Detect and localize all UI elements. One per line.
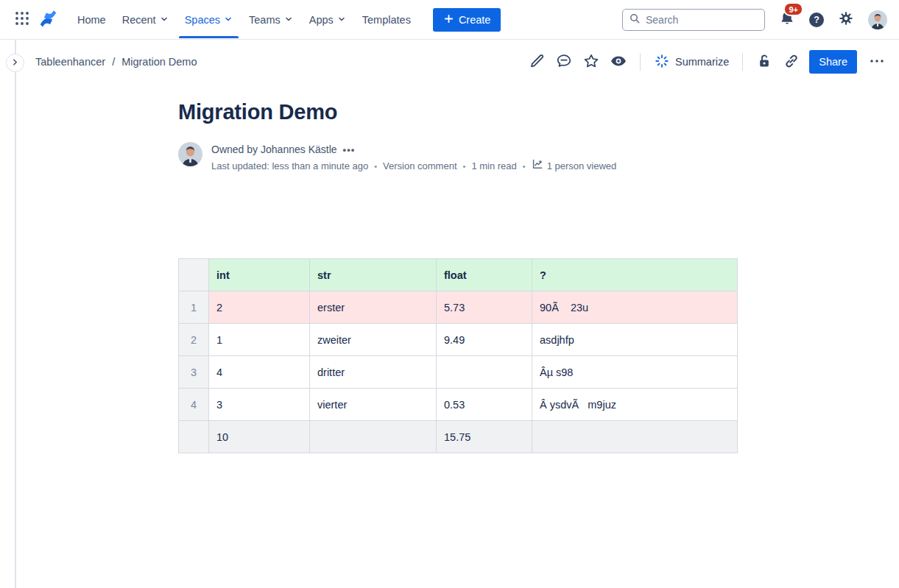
edit-button[interactable] <box>525 50 549 74</box>
nav-item-recent[interactable]: Recent <box>115 8 176 32</box>
summary-cell: 15.75 <box>437 421 532 453</box>
search-input[interactable] <box>646 14 741 26</box>
owned-by-label: Owned by <box>211 142 258 157</box>
table-cell: 4 <box>209 356 310 389</box>
meta-separator: • <box>374 159 377 174</box>
row-number-cell: 4 <box>179 389 209 421</box>
table-cell: zweiter <box>310 324 437 356</box>
owner-name-link[interactable]: Johannes Kästle <box>261 142 337 157</box>
table-cell: asdjhfp <box>532 324 738 356</box>
chevron-down-icon <box>160 14 169 26</box>
search-box[interactable] <box>622 9 765 31</box>
page-meta-line: Last updated: less than a minute ago • V… <box>211 158 616 174</box>
table-cell: erster <box>310 291 437 324</box>
breadcrumb-row: Tableenhancer / Migration Demo <box>0 40 899 84</box>
table-cell: dritter <box>310 356 437 389</box>
summary-cell <box>310 421 437 453</box>
breadcrumb-space-link[interactable]: Tableenhancer <box>35 56 105 68</box>
table-header-int: int <box>209 259 310 291</box>
byline-text: Owned by Johannes Kästle ••• Last update… <box>211 142 616 174</box>
ai-sparkle-icon <box>654 53 670 71</box>
meta-separator: • <box>463 159 466 174</box>
settings-button[interactable] <box>838 10 854 29</box>
star-button[interactable] <box>579 50 604 74</box>
page-title: Migration Demo <box>178 99 899 125</box>
table-cell: vierter <box>310 389 437 421</box>
row-number-cell: 3 <box>179 356 209 389</box>
table-row: 4 3 vierter 0.53 Â ysdvÃ m9juz <box>179 389 738 421</box>
pencil-icon <box>528 52 546 72</box>
table-cell: 90Ã 23u <box>532 291 738 324</box>
summarize-button[interactable]: Summarize <box>649 50 733 74</box>
table-cell: 0.53 <box>437 389 532 421</box>
table-cell: 3 <box>209 389 310 421</box>
table-header-str: str <box>310 259 437 291</box>
help-button[interactable] <box>809 13 824 27</box>
comment-button[interactable] <box>552 50 577 74</box>
confluence-home-button[interactable] <box>38 9 58 31</box>
table-container: int str float ? 1 2 erster 5.73 90Ã 23u <box>178 258 899 453</box>
owned-by-line: Owned by Johannes Kästle ••• <box>211 142 616 157</box>
people-viewed-text: 1 person viewed <box>547 159 617 174</box>
byline: Owned by Johannes Kästle ••• Last update… <box>178 142 899 174</box>
page-content: Migration Demo Owned by Johannes Kästle … <box>0 99 899 453</box>
comment-icon <box>555 52 573 72</box>
nav-item-label: Teams <box>249 14 281 26</box>
nav-item-templates[interactable]: Templates <box>355 8 418 32</box>
nav-item-teams[interactable]: Teams <box>242 8 300 32</box>
nav-item-label: Templates <box>362 14 411 26</box>
more-actions-button[interactable] <box>864 50 889 74</box>
table-corner-cell <box>179 259 209 291</box>
chevron-right-icon <box>10 57 21 70</box>
top-navigation: Home Recent Spaces Teams Apps <box>0 0 899 40</box>
nav-item-label: Home <box>77 14 106 26</box>
share-button[interactable]: Share <box>809 50 857 74</box>
nav-item-home[interactable]: Home <box>70 8 113 32</box>
table-cell: 2 <box>209 291 310 324</box>
breadcrumb-page-link[interactable]: Migration Demo <box>121 56 197 68</box>
nav-item-label: Spaces <box>185 14 220 26</box>
unlock-icon <box>755 52 773 72</box>
create-button-label: Create <box>459 14 491 26</box>
table-cell: Âµ s98 <box>532 356 738 389</box>
content-table: int str float ? 1 2 erster 5.73 90Ã 23u <box>178 258 738 453</box>
user-avatar[interactable] <box>868 10 887 29</box>
table-cell: 9.49 <box>437 324 532 356</box>
watch-button[interactable] <box>607 50 631 74</box>
byline-more-button[interactable]: ••• <box>340 144 359 155</box>
restrictions-button[interactable] <box>752 50 776 74</box>
nav-item-apps[interactable]: Apps <box>302 8 353 32</box>
table-cell: Â ysdvÃ m9juz <box>532 389 738 421</box>
chevron-down-icon <box>337 14 346 26</box>
search-icon <box>629 13 641 27</box>
row-number-cell <box>179 421 209 453</box>
table-header-row: int str float ? <box>179 259 738 291</box>
owner-avatar[interactable] <box>178 142 202 166</box>
meta-separator: • <box>523 159 526 174</box>
row-number-cell: 2 <box>179 324 209 356</box>
people-viewed[interactable]: 1 person viewed <box>532 158 617 174</box>
app-switcher-button[interactable] <box>13 10 31 29</box>
table-header-float: float <box>437 259 532 291</box>
breadcrumb-separator: / <box>112 56 115 68</box>
summary-cell: 10 <box>209 421 310 453</box>
nav-item-spaces[interactable]: Spaces <box>177 8 240 32</box>
actions-divider <box>640 53 641 71</box>
notifications-button[interactable]: 9+ <box>779 10 795 29</box>
page-shell: Tableenhancer / Migration Demo <box>0 40 899 588</box>
create-button[interactable]: Create <box>433 8 501 32</box>
page-actions: Summarize <box>525 50 889 74</box>
summarize-label: Summarize <box>675 56 729 68</box>
notification-count-badge: 9+ <box>783 2 803 16</box>
sidebar-divider <box>15 40 16 588</box>
last-updated-text: Last updated: less than a minute ago <box>211 159 368 174</box>
chevron-down-icon <box>224 14 233 26</box>
copy-link-button[interactable] <box>779 50 803 74</box>
more-horizontal-icon <box>868 52 886 72</box>
gear-icon <box>838 10 854 29</box>
table-header-question: ? <box>532 259 738 291</box>
summary-cell <box>532 421 738 453</box>
confluence-logo-icon <box>38 9 58 31</box>
expand-sidebar-button[interactable] <box>6 54 24 72</box>
star-icon <box>582 52 600 72</box>
